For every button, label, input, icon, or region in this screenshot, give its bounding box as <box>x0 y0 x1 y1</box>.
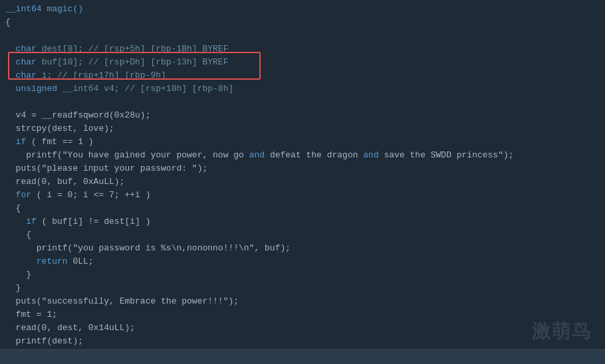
code-line-l8: v4 = __readfsqword(0x28u); <box>5 109 605 122</box>
code-line-l15: { <box>5 202 605 215</box>
code-line-l3: char dest[8]; // [rsp+5h] [rbp-1Bh] BYRE… <box>5 43 605 56</box>
code-line-l2 <box>5 29 605 43</box>
code-line-l18: printf("you password is %s\n,nononno!!!\… <box>5 242 605 255</box>
code-line-l0: __int64 magic() <box>5 3 605 16</box>
code-line-l23: fmt = 1; <box>5 308 605 321</box>
code-line-l12: puts("please input your password: "); <box>5 162 605 175</box>
code-line-l4: char buf[10]; // [rsp+Dh] [rbp-13h] BYRE… <box>5 56 605 69</box>
code-line-l13: read(0, buf, 0xAuLL); <box>5 175 605 189</box>
code-line-l9: strcpy(dest, love); <box>5 122 605 136</box>
code-line-l14: for ( i = 0; i <= 7; ++i ) <box>5 189 605 202</box>
code-line-l25: printf(dest); <box>5 335 605 348</box>
code-line-l22: puts("successfully, Embrace the power!!!… <box>5 295 605 308</box>
code-container: __int64 magic(){ char dest[8]; // [rsp+5… <box>0 0 605 364</box>
bottom-bar <box>0 349 605 364</box>
code-line-l21: } <box>5 282 605 295</box>
code-line-l1: { <box>5 16 605 29</box>
code-line-l5: char i; // [rsp+17h] [rbp-9h] <box>5 69 605 82</box>
code-line-l20: } <box>5 268 605 282</box>
code-line-l10: if ( fmt == 1 ) <box>5 136 605 149</box>
code-line-l7 <box>5 96 605 109</box>
code-line-l11: printf("You have gained your power, now … <box>5 149 605 162</box>
code-line-l19: return 0LL; <box>5 255 605 268</box>
code-line-l17: { <box>5 228 605 242</box>
code-lines: __int64 magic(){ char dest[8]; // [rsp+5… <box>5 3 605 364</box>
code-line-l6: unsigned __int64 v4; // [rsp+18h] [rbp-8… <box>5 82 605 96</box>
code-line-l16: if ( buf[i] != dest[i] ) <box>5 215 605 228</box>
code-line-l24: read(0, dest, 0x14uLL); <box>5 321 605 335</box>
